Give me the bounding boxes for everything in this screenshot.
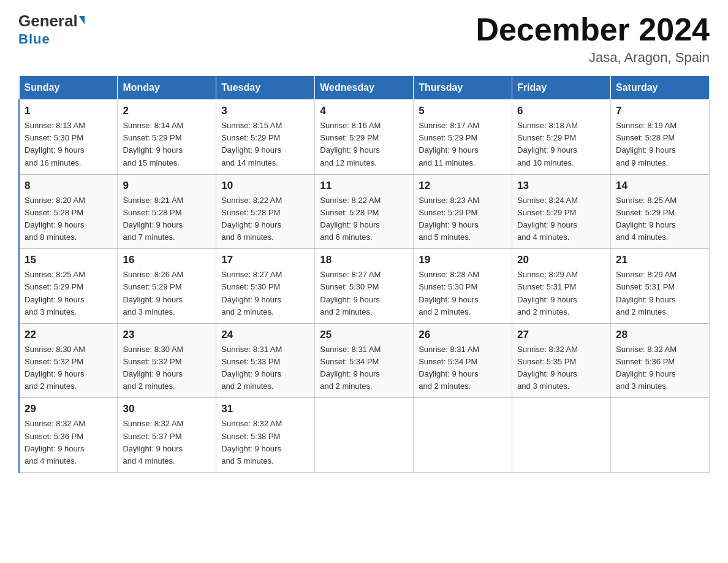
daylight-minutes: and 5 minutes.	[419, 232, 471, 242]
daylight-label: Daylight: 9 hours	[123, 220, 183, 229]
daylight-minutes: and 4 minutes.	[25, 456, 77, 465]
table-row: 18 Sunrise: 8:27 AM Sunset: 5:30 PM Dayl…	[315, 249, 414, 324]
sunset-label: Sunset: 5:28 PM	[123, 208, 181, 217]
daylight-label: Daylight: 9 hours	[616, 145, 676, 155]
sunrise-label: Sunrise: 8:32 AM	[517, 345, 578, 354]
table-row: 30 Sunrise: 8:32 AM Sunset: 5:37 PM Dayl…	[118, 398, 216, 473]
sunrise-label: Sunrise: 8:21 AM	[123, 196, 183, 205]
table-row	[414, 398, 512, 473]
day-number: 9	[123, 180, 211, 192]
day-number: 14	[616, 180, 704, 192]
table-row: 28 Sunrise: 8:32 AM Sunset: 5:36 PM Dayl…	[611, 323, 710, 398]
sunset-label: Sunset: 5:31 PM	[517, 282, 576, 291]
daylight-minutes: and 3 minutes.	[517, 381, 569, 391]
table-row: 26 Sunrise: 8:31 AM Sunset: 5:34 PM Dayl…	[414, 323, 512, 398]
sunset-label: Sunset: 5:38 PM	[221, 432, 280, 441]
daylight-label: Daylight: 9 hours	[517, 220, 577, 229]
day-number: 21	[616, 254, 704, 266]
table-row	[611, 398, 710, 473]
sunrise-label: Sunrise: 8:22 AM	[221, 196, 282, 205]
day-number: 11	[320, 180, 408, 192]
daylight-label: Daylight: 9 hours	[123, 145, 183, 155]
day-number: 20	[517, 254, 605, 266]
day-number: 26	[419, 329, 507, 341]
daylight-label: Daylight: 9 hours	[123, 444, 183, 453]
title-block: December 2024 Jasa, Aragon, Spain	[476, 12, 710, 66]
table-row: 14 Sunrise: 8:25 AM Sunset: 5:29 PM Dayl…	[611, 174, 710, 249]
daylight-minutes: and 12 minutes.	[320, 158, 377, 167]
day-number: 8	[25, 180, 112, 192]
daylight-minutes: and 2 minutes.	[616, 307, 668, 316]
sunrise-label: Sunrise: 8:25 AM	[616, 196, 677, 205]
page-header: General Blue December 2024 Jasa, Aragon,…	[18, 12, 710, 66]
sunrise-label: Sunrise: 8:20 AM	[25, 196, 85, 205]
day-info: Sunrise: 8:27 AM Sunset: 5:30 PM Dayligh…	[320, 269, 408, 318]
calendar-week-row: 8 Sunrise: 8:20 AM Sunset: 5:28 PM Dayli…	[19, 174, 710, 249]
day-number: 3	[221, 105, 309, 117]
daylight-minutes: and 2 minutes.	[221, 381, 273, 391]
daylight-label: Daylight: 9 hours	[517, 145, 577, 155]
day-number: 6	[517, 105, 605, 117]
table-row: 8 Sunrise: 8:20 AM Sunset: 5:28 PM Dayli…	[19, 174, 118, 249]
daylight-minutes: and 9 minutes.	[616, 158, 668, 167]
sunset-label: Sunset: 5:29 PM	[221, 133, 280, 142]
table-row: 15 Sunrise: 8:25 AM Sunset: 5:29 PM Dayl…	[19, 249, 118, 324]
sunset-label: Sunset: 5:28 PM	[25, 208, 83, 217]
sunset-label: Sunset: 5:29 PM	[25, 282, 83, 291]
daylight-minutes: and 15 minutes.	[123, 158, 180, 167]
col-saturday: Saturday	[611, 76, 710, 100]
day-number: 12	[419, 180, 507, 192]
daylight-label: Daylight: 9 hours	[616, 220, 676, 229]
sunrise-label: Sunrise: 8:30 AM	[25, 345, 85, 354]
sunset-label: Sunset: 5:36 PM	[25, 432, 83, 441]
col-monday: Monday	[118, 76, 216, 100]
table-row: 7 Sunrise: 8:19 AM Sunset: 5:28 PM Dayli…	[611, 100, 710, 175]
daylight-label: Daylight: 9 hours	[320, 145, 380, 155]
sunrise-label: Sunrise: 8:19 AM	[616, 121, 677, 130]
sunrise-label: Sunrise: 8:16 AM	[320, 121, 381, 130]
sunset-label: Sunset: 5:29 PM	[616, 208, 675, 217]
day-number: 24	[221, 329, 309, 341]
daylight-minutes: and 5 minutes.	[221, 456, 273, 465]
day-number: 4	[320, 105, 408, 117]
location: Jasa, Aragon, Spain	[476, 50, 710, 66]
daylight-label: Daylight: 9 hours	[221, 145, 281, 155]
calendar-week-row: 1 Sunrise: 8:13 AM Sunset: 5:30 PM Dayli…	[19, 100, 710, 175]
daylight-label: Daylight: 9 hours	[517, 295, 577, 304]
sunset-label: Sunset: 5:30 PM	[25, 133, 83, 142]
daylight-label: Daylight: 9 hours	[320, 220, 380, 229]
daylight-minutes: and 8 minutes.	[25, 232, 77, 242]
col-wednesday: Wednesday	[315, 76, 414, 100]
daylight-minutes: and 2 minutes.	[25, 381, 77, 391]
day-info: Sunrise: 8:20 AM Sunset: 5:28 PM Dayligh…	[25, 194, 112, 244]
sunset-label: Sunset: 5:28 PM	[616, 133, 675, 142]
table-row: 29 Sunrise: 8:32 AM Sunset: 5:36 PM Dayl…	[19, 398, 118, 473]
col-tuesday: Tuesday	[216, 76, 315, 100]
sunset-label: Sunset: 5:29 PM	[123, 133, 181, 142]
day-number: 7	[616, 105, 704, 117]
daylight-label: Daylight: 9 hours	[25, 369, 85, 378]
day-number: 27	[517, 329, 605, 341]
day-info: Sunrise: 8:23 AM Sunset: 5:29 PM Dayligh…	[419, 194, 507, 244]
day-info: Sunrise: 8:27 AM Sunset: 5:30 PM Dayligh…	[221, 269, 309, 318]
table-row: 22 Sunrise: 8:30 AM Sunset: 5:32 PM Dayl…	[19, 323, 118, 398]
calendar-header-row: Sunday Monday Tuesday Wednesday Thursday…	[19, 76, 710, 100]
day-info: Sunrise: 8:29 AM Sunset: 5:31 PM Dayligh…	[616, 269, 704, 318]
daylight-label: Daylight: 9 hours	[221, 295, 281, 304]
daylight-minutes: and 11 minutes.	[419, 158, 476, 167]
table-row: 13 Sunrise: 8:24 AM Sunset: 5:29 PM Dayl…	[512, 174, 611, 249]
sunrise-label: Sunrise: 8:23 AM	[419, 196, 479, 205]
day-number: 23	[123, 329, 211, 341]
calendar-week-row: 22 Sunrise: 8:30 AM Sunset: 5:32 PM Dayl…	[19, 323, 710, 398]
sunrise-label: Sunrise: 8:18 AM	[517, 121, 578, 130]
calendar-week-row: 15 Sunrise: 8:25 AM Sunset: 5:29 PM Dayl…	[19, 249, 710, 324]
day-info: Sunrise: 8:26 AM Sunset: 5:29 PM Dayligh…	[123, 269, 211, 318]
col-sunday: Sunday	[19, 76, 118, 100]
daylight-minutes: and 4 minutes.	[517, 232, 569, 242]
day-info: Sunrise: 8:14 AM Sunset: 5:29 PM Dayligh…	[123, 120, 211, 169]
sunset-label: Sunset: 5:29 PM	[517, 208, 576, 217]
daylight-minutes: and 6 minutes.	[221, 232, 273, 242]
sunrise-label: Sunrise: 8:25 AM	[25, 270, 85, 279]
day-number: 1	[25, 105, 112, 117]
day-number: 5	[419, 105, 507, 117]
